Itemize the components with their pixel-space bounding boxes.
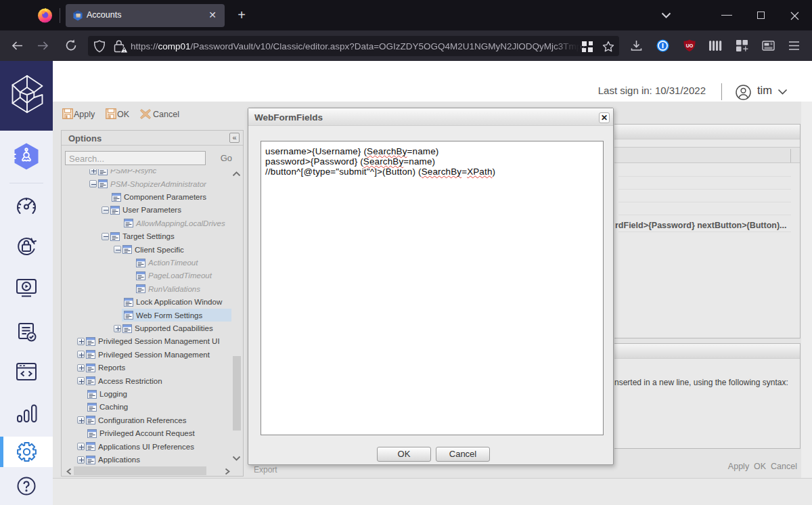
svg-text:UO: UO (686, 43, 694, 48)
